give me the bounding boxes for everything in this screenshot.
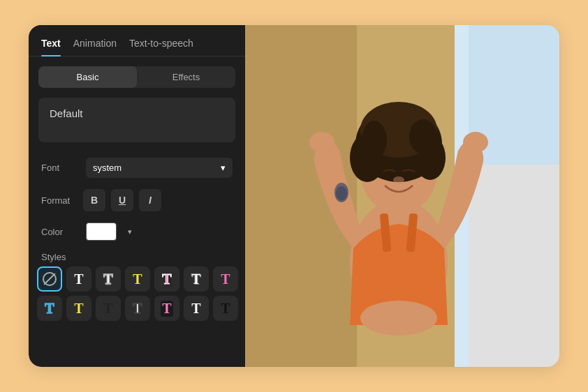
svg-point-13 xyxy=(409,119,437,154)
styles-label: Styles xyxy=(29,246,245,266)
bold-button[interactable]: B xyxy=(83,189,105,211)
color-label: Color xyxy=(41,227,78,237)
styles-grid: T T T T T T T T T T T T T xyxy=(29,266,245,328)
style-1[interactable]: T xyxy=(66,266,91,292)
color-swatch[interactable] xyxy=(86,223,117,241)
style-3[interactable]: T xyxy=(125,266,150,292)
svg-point-14 xyxy=(393,176,404,183)
color-chevron-icon[interactable]: ▾ xyxy=(128,227,132,236)
style-none[interactable] xyxy=(37,266,62,292)
tab-tts[interactable]: Text-to-speech xyxy=(129,38,193,56)
left-panel: Text Animation Text-to-speech Basic Effe… xyxy=(29,25,245,367)
main-container: Text Animation Text-to-speech Basic Effe… xyxy=(29,25,559,367)
no-style-icon xyxy=(43,272,57,286)
svg-point-17 xyxy=(309,132,335,153)
subtab-effects[interactable]: Effects xyxy=(137,66,235,88)
font-label: Font xyxy=(41,163,78,173)
tab-text[interactable]: Text xyxy=(41,38,61,56)
font-section: Font system ▾ xyxy=(29,152,245,183)
style-11[interactable]: T xyxy=(154,296,179,321)
tab-bar: Text Animation Text-to-speech xyxy=(29,25,245,56)
style-12[interactable]: T xyxy=(184,296,209,321)
style-4[interactable]: T xyxy=(154,266,179,292)
font-select-dropdown[interactable]: system ▾ xyxy=(86,158,233,178)
underline-button[interactable]: U xyxy=(111,189,133,211)
format-label: Format xyxy=(41,195,78,206)
font-chevron-icon: ▾ xyxy=(221,163,226,173)
font-value: system xyxy=(93,163,122,173)
style-7[interactable]: T xyxy=(37,296,62,321)
default-text-box[interactable]: Default xyxy=(38,98,235,142)
style-5[interactable]: T xyxy=(184,266,209,292)
style-6[interactable]: T xyxy=(213,266,238,292)
svg-point-18 xyxy=(463,132,488,153)
style-2[interactable]: T xyxy=(96,266,121,292)
style-10[interactable]: T xyxy=(125,296,150,321)
svg-rect-4 xyxy=(469,165,559,367)
style-9[interactable]: T xyxy=(96,296,121,321)
tab-animation[interactable]: Animation xyxy=(73,38,117,56)
subtab-basic[interactable]: Basic xyxy=(38,66,137,88)
subtab-row: Basic Effects xyxy=(38,66,235,88)
svg-point-20 xyxy=(360,301,437,336)
format-section: Format B U I xyxy=(29,183,245,217)
svg-point-12 xyxy=(362,121,387,160)
color-section: Color ▾ xyxy=(29,217,245,246)
italic-button[interactable]: I xyxy=(139,189,161,211)
right-panel xyxy=(245,25,559,367)
style-8[interactable]: T xyxy=(66,296,91,321)
style-13[interactable]: T xyxy=(213,296,238,321)
